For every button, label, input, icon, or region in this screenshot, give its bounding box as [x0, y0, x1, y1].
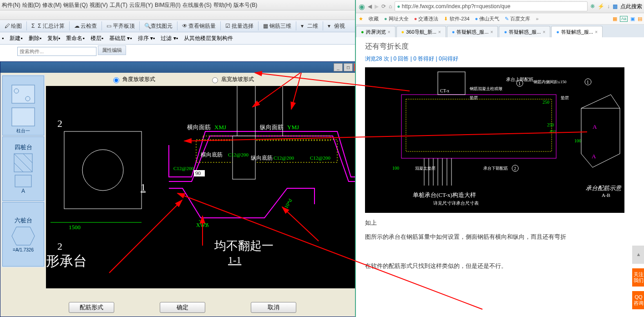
svg-text:形承台: 形承台	[46, 253, 87, 268]
toolbar-button[interactable]: ☑ 批量选择	[223, 21, 256, 31]
toolbar-button[interactable]: ▾ 俯视	[325, 21, 348, 31]
toolbar-button[interactable]: 👁 查看钢筋量	[179, 21, 218, 31]
toolbar-button[interactable]: ▪ 新建	[2, 35, 20, 42]
svg-text:A: A	[593, 123, 597, 130]
toolbar-button[interactable]: 🖊 绘图	[2, 21, 25, 31]
toolbar-button[interactable]: ▪ 基础层 ▾	[101, 35, 130, 42]
follow-button[interactable]: 关注 我们	[632, 268, 644, 287]
svg-text:YMJ: YMJ	[287, 124, 299, 131]
menu-item[interactable]: 绘图(D)	[22, 1, 41, 9]
fav-item[interactable]: ● 佛山天气	[475, 15, 500, 22]
toolbar-icon[interactable]: Aa	[620, 16, 628, 22]
shield-icon[interactable]: ◉	[359, 2, 365, 11]
svg-text:2: 2	[514, 166, 516, 171]
close-tab-icon[interactable]: ×	[388, 30, 390, 35]
dialog-buttons: 配筋形式 确定 取消	[0, 302, 365, 313]
svg-text:1-1: 1-1	[228, 254, 241, 266]
grid-icon[interactable]: ▦	[613, 3, 618, 10]
fav-item[interactable]: ⬇ 软件-234	[444, 15, 469, 22]
toolbar-button[interactable]: 🔍 查找图元	[142, 21, 175, 31]
svg-text:A: A	[592, 153, 596, 160]
thumb-1[interactable]: 柱台一	[2, 75, 44, 136]
page-content: 还有弯折长度 浏览28 次 | 0 回答 | 0 答得好 | 0问得好 承台上部…	[356, 37, 644, 279]
svg-text:纵向底筋: 纵向底筋	[251, 155, 273, 161]
svg-text:90: 90	[195, 170, 201, 176]
radio-angle[interactable]: 角度放坡形式	[111, 75, 155, 83]
browser-tab[interactable]: ●答疑解惑_服...×	[447, 26, 498, 37]
toolbar-button[interactable]: ▪ 复制	[40, 35, 58, 42]
toolbar-button[interactable]: ▪ 过滤 ▾	[153, 35, 176, 42]
svg-point-11	[82, 150, 123, 191]
close-tab-icon[interactable]: ×	[595, 30, 598, 35]
menu-item[interactable]: 在线服务(S)	[183, 1, 212, 9]
thumb-3[interactable]: 六桩台 =A/1.7326	[2, 202, 44, 267]
browser-tab[interactable]: ●答疑解惑_服...×	[551, 26, 603, 37]
browser-tab[interactable]: ●答疑解惑_服...×	[499, 26, 550, 37]
toolbar-button[interactable]: ▾ 二维	[298, 21, 321, 31]
thumb-2[interactable]: 四桩台 A	[2, 136, 44, 201]
toolbar-button[interactable]: ▪ 重命名	[58, 35, 82, 42]
thumbnail-column: 柱台一 四桩台 A 六桩台 =A/1.7326	[1, 75, 45, 267]
svg-text:纵向面筋: 纵向面筋	[260, 124, 284, 131]
menu-item[interactable]: 修改(M)	[42, 1, 61, 9]
fav-item[interactable]: ✎ 百度文库	[505, 15, 530, 22]
menu-item[interactable]: 云应用(Y)	[129, 1, 153, 9]
menu-item[interactable]: 视图(V)	[90, 1, 108, 9]
down-icon[interactable]: ↓	[607, 3, 610, 10]
bolt-icon[interactable]: ⚡	[598, 3, 604, 10]
menu-item[interactable]: BIM应用(I)	[155, 1, 181, 9]
qq-button[interactable]: QQ 咨询	[632, 291, 644, 309]
svg-text:承台配筋示意: 承台配筋示意	[586, 185, 622, 191]
svg-rect-3	[12, 108, 35, 126]
ext-icon[interactable]: ❋	[590, 3, 595, 10]
menu-item[interactable]: 版本号(B)	[233, 1, 257, 9]
answer-text: 如上	[365, 217, 636, 228]
search-link[interactable]: 点此搜索	[620, 3, 642, 10]
fav-item[interactable]: ● 网址大全	[384, 15, 409, 22]
scroll-top-button[interactable]: ▲	[632, 246, 644, 264]
menu-item[interactable]: 帮助(H)	[213, 1, 232, 9]
cancel-button[interactable]: 取消	[251, 302, 296, 313]
toolbar-button[interactable]: ▭ 平齐板顶	[104, 21, 137, 31]
svg-text:混凝土垫层: 混凝土垫层	[415, 166, 436, 171]
svg-text:1: 1	[518, 81, 521, 86]
svg-text:C12@200: C12@200	[228, 152, 248, 157]
toolbar-button[interactable]: Σ Σ 汇总计算	[29, 21, 67, 31]
toolbar-icon[interactable]: ▦	[613, 16, 617, 22]
toolbar-icon[interactable]: ▤	[638, 16, 642, 22]
svg-text:C12@200: C12@200	[274, 155, 294, 161]
forward-icon[interactable]: ▶	[375, 3, 379, 10]
search-input[interactable]	[17, 47, 96, 56]
menu-item[interactable]: 钢筋量(Q)	[63, 1, 87, 9]
toolbar-button[interactable]: ▪ 排序 ▾	[130, 35, 153, 42]
radio-width[interactable]: 底宽放坡形式	[210, 75, 254, 83]
close-tab-icon[interactable]: ×	[543, 30, 545, 35]
menu-item[interactable]: 工具(T)	[110, 1, 127, 9]
answer-text: 图所示的承台在钢筋算量中如何设置，侧面钢筋有横向和纵向，而且还有弯折	[365, 231, 636, 242]
maximize-button[interactable]: □	[344, 63, 353, 71]
toolbar-button[interactable]: ☁ 云检查	[71, 21, 100, 31]
close-tab-icon[interactable]: ×	[491, 30, 493, 35]
svg-text:垫层: 垫层	[470, 96, 478, 100]
rebar-type-button[interactable]: 配筋形式	[69, 302, 114, 313]
svg-rect-41	[401, 95, 556, 158]
url-field[interactable]: ● http://e.fwxgx.com/index.php?r=questio…	[395, 1, 588, 11]
toolbar-button[interactable]: ▪ 从其他楼层复制构件	[176, 35, 233, 42]
reload-icon[interactable]: ⟳	[381, 3, 386, 10]
back-icon[interactable]: ◀	[368, 3, 372, 10]
toolbar-button[interactable]: ▪ 楼层	[82, 35, 101, 42]
browser-tab[interactable]: ●跨屏浏览×	[356, 26, 396, 37]
svg-text:钢筋混凝土柱或墩: 钢筋混凝土柱或墩	[469, 86, 502, 91]
toolbar-icon[interactable]: ▣	[630, 16, 635, 22]
svg-text:1: 1	[587, 80, 589, 85]
menu-item[interactable]: 构件(N)	[2, 1, 20, 9]
more-icon[interactable]: »	[536, 16, 538, 21]
close-tab-icon[interactable]: ×	[438, 30, 441, 35]
ok-button[interactable]: 确定	[160, 302, 205, 313]
minimize-button[interactable]: _	[334, 63, 343, 71]
toolbar-button[interactable]: ▦ 钢筋三维	[260, 21, 294, 31]
toolbar-button[interactable]: ▪ 删除	[20, 35, 39, 42]
fav-item[interactable]: ● 交通违法	[414, 15, 439, 22]
home-icon[interactable]: ⌂	[389, 3, 392, 10]
browser-tab[interactable]: ●360导航_新...×	[396, 26, 446, 37]
